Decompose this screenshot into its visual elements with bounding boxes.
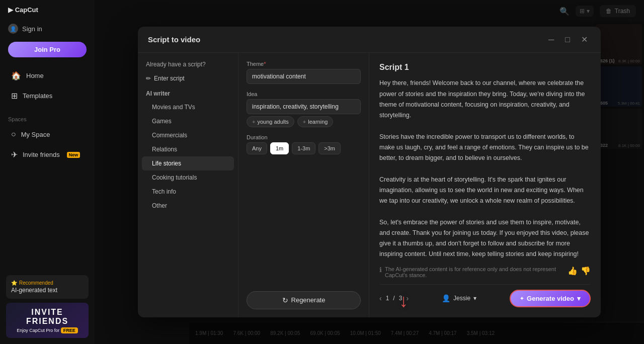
capcut-logo: ▶ CapCut: [8, 6, 38, 14]
invite-banner-line3: Enjoy CapCut Pro for FREE: [11, 328, 84, 333]
idea-label: Idea: [247, 91, 361, 97]
sidebar-item-invite-label: Invite friends: [23, 151, 60, 158]
dialog-left-nav: Already have a script? ✏ Enter script AI…: [138, 53, 238, 317]
dur-any-button[interactable]: Any: [247, 142, 267, 154]
duration-field: Duration Any 1m 1-3m >3m: [247, 134, 361, 154]
dialog-nav-commercials[interactable]: Commercials: [138, 128, 238, 142]
script-title: Script 1: [379, 63, 591, 72]
generate-video-button[interactable]: ✦ Generate video ▾: [510, 290, 591, 307]
pencil-icon: ✏: [146, 75, 151, 82]
myspace-icon: ○: [11, 130, 16, 139]
duration-label: Duration: [247, 134, 361, 140]
dialog-nav-relations[interactable]: Relations: [138, 142, 238, 156]
dialog-footer: ‹ 1 / 3 › 👤 Jessie ▾ ✦: [379, 284, 591, 307]
new-badge: New: [67, 152, 80, 158]
idea-input[interactable]: [247, 99, 361, 114]
dialog-settings-panel: Theme* Idea + young adults: [238, 53, 369, 317]
page-separator: /: [393, 295, 394, 302]
dialog-script-panel: Script 1 Hey there, friends! Welcome bac…: [369, 53, 601, 317]
sidebar-nav: 🏠 Home ⊞ Templates: [0, 61, 95, 110]
dialog-titlebar: Script to video ─ □ ✕: [138, 27, 601, 53]
star-icon: ✦: [520, 296, 524, 301]
arrow-indicator: ↑: [399, 293, 408, 314]
theme-label: Theme*: [247, 61, 361, 67]
sidebar-item-invite[interactable]: ✈ Invite friends New: [3, 145, 92, 164]
idea-field: Idea + young adults + learning: [247, 91, 361, 127]
dialog-nav-cooking[interactable]: Cooking tutorials: [138, 170, 238, 185]
user-chevron-icon: ▾: [473, 295, 476, 302]
page-current: 1: [386, 295, 389, 302]
sidebar-item-home[interactable]: 🏠 Home: [3, 66, 92, 85]
tag-row: + young adults + learning: [247, 116, 361, 127]
sidebar-item-templates[interactable]: ⊞ Templates: [3, 86, 92, 106]
dialog-nav-movies[interactable]: Movies and TVs: [138, 100, 238, 114]
home-icon: 🏠: [11, 71, 21, 80]
recommended-label: ⭐ Recommended: [11, 280, 84, 286]
refresh-icon: ↻: [282, 296, 288, 304]
app-header: ▶ CapCut: [0, 0, 95, 20]
sidebar-item-myspace[interactable]: ○ My Space: [3, 125, 92, 144]
sidebar-bottom: ⭐ Recommended AI-generated text INVITE F…: [0, 269, 95, 344]
dialog-controls: ─ □ ✕: [545, 34, 591, 45]
dialog-maximize-button[interactable]: □: [562, 34, 573, 45]
tag-learning[interactable]: + learning: [297, 116, 334, 127]
sign-in-label: Sign in: [22, 25, 42, 33]
script-content: Hey there, friends! Welcome back to our …: [379, 78, 591, 260]
theme-field: Theme*: [247, 61, 361, 84]
templates-icon: ⊞: [11, 91, 18, 101]
thumbs-down-icon[interactable]: 👎: [581, 266, 591, 276]
invite-banner-line2: FRIENDS: [11, 317, 84, 326]
tag-young-adults[interactable]: + young adults: [247, 116, 294, 127]
script-disclaimer: ℹ The AI-generated content is for refere…: [379, 266, 591, 278]
sidebar-item-myspace-label: My Space: [21, 131, 50, 138]
free-badge: FREE: [61, 327, 78, 333]
invite-banner-line1: INVITE: [11, 308, 84, 317]
dialog-nav-tech[interactable]: Tech info: [138, 185, 238, 199]
theme-input[interactable]: [247, 69, 361, 84]
recommended-title: AI-generated text: [11, 287, 84, 294]
already-script-label: Already have a script?: [138, 59, 238, 72]
disclaimer-text: The AI-generated content is for referenc…: [385, 266, 565, 278]
dialog-nav-games[interactable]: Games: [138, 114, 238, 128]
dur-1-3m-button[interactable]: 1-3m: [292, 142, 315, 154]
recommended-box[interactable]: ⭐ Recommended AI-generated text: [6, 275, 89, 299]
dur-3m-button[interactable]: >3m: [318, 142, 341, 154]
invite-icon: ✈: [11, 150, 18, 159]
user-name: Jessie: [453, 295, 470, 302]
generate-label: Generate video: [527, 295, 574, 302]
dialog-minimize-button[interactable]: ─: [545, 34, 557, 45]
enter-script-row[interactable]: ✏ Enter script: [138, 72, 238, 85]
join-pro-button[interactable]: Join Pro: [8, 42, 87, 57]
user-icon: 👤: [8, 24, 18, 34]
user-avatar-icon: 👤: [442, 294, 450, 302]
invite-banner: INVITE FRIENDS Enjoy CapCut Pro for FREE: [6, 303, 89, 338]
dialog-nav-other[interactable]: Other: [138, 199, 238, 213]
prev-page-button[interactable]: ‹: [379, 294, 382, 302]
dialog-body: Already have a script? ✏ Enter script AI…: [138, 53, 601, 317]
spaces-section-label: Spaces: [0, 110, 95, 124]
ai-writer-label: AI writer: [138, 85, 238, 100]
info-icon: ℹ: [379, 266, 382, 274]
sidebar: ▶ CapCut 👤 Sign in Join Pro 🏠 Home ⊞ Tem…: [0, 0, 95, 344]
main-area: 🔍 ⊞ ▾ 🗑 Trash 0626 (1) 8.3K | 00:00 0605…: [95, 0, 644, 344]
sidebar-item-home-label: Home: [26, 72, 44, 79]
sign-in-row[interactable]: 👤 Sign in: [0, 20, 95, 38]
dialog-title: Script to video: [148, 35, 200, 44]
sidebar-item-templates-label: Templates: [23, 92, 52, 100]
dialog-overlay: Script to video ─ □ ✕ Already have a scr…: [95, 0, 644, 344]
generate-dropdown-icon: ▾: [577, 295, 581, 302]
dialog-close-button[interactable]: ✕: [578, 34, 591, 45]
script-to-video-dialog: Script to video ─ □ ✕ Already have a scr…: [138, 27, 601, 317]
regenerate-button[interactable]: ↻ Regenerate: [247, 291, 361, 309]
user-selector[interactable]: 👤 Jessie ▾: [442, 294, 476, 302]
thumbs-up-icon[interactable]: 👍: [568, 266, 578, 276]
dur-1m-button[interactable]: 1m: [270, 142, 289, 154]
duration-row: Any 1m 1-3m >3m: [247, 142, 361, 154]
dialog-nav-life-stories[interactable]: Life stories: [142, 156, 234, 170]
enter-script-label: Enter script: [154, 75, 185, 82]
